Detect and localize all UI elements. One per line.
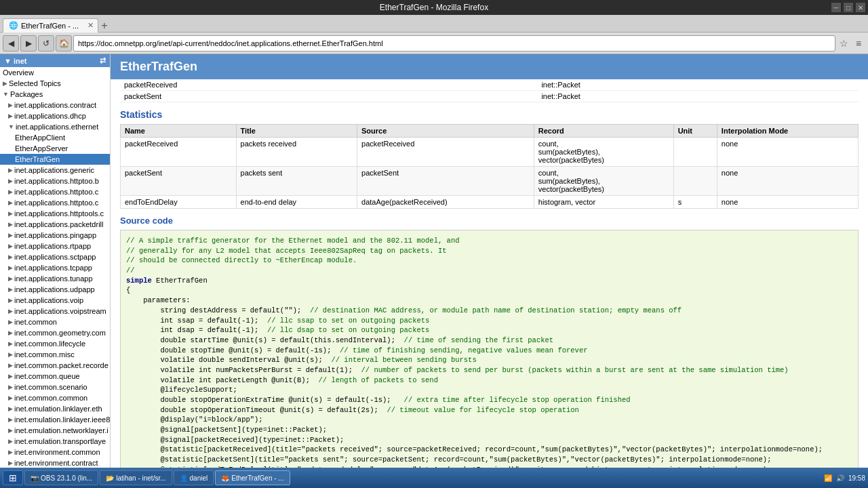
- tree-arrow-icon: ▶: [8, 416, 13, 423]
- sidebar: ▼ inet ⇄ Overview▶ Selected Topics▼ Pack…: [0, 54, 111, 468]
- sidebar-item[interactable]: ▶ Selected Topics: [0, 78, 110, 89]
- taskbar: ⊞ 📷 OBS 23.1.0 (lin... 📂 latihan - inet/…: [0, 468, 868, 488]
- sidebar-item-label: inet.applications.udpapp: [14, 285, 95, 293]
- close-tab-button[interactable]: ✕: [87, 21, 94, 30]
- forward-button[interactable]: ▶: [20, 35, 37, 52]
- packet-row: packetSent inet::Packet: [120, 91, 859, 102]
- sidebar-item[interactable]: ▶ inet.applications.generic: [0, 165, 110, 176]
- taskbar-firefox[interactable]: 🦊 EtherTrafGen - ...: [215, 470, 290, 485]
- home-button[interactable]: 🏠: [56, 35, 72, 52]
- stats-cell-record: count, sum(packetBytes), vector(packetBy…: [534, 138, 673, 167]
- start-button[interactable]: ⊞: [3, 470, 23, 485]
- tabbar: 🌐 EtherTrafGen - ... ✕ +: [0, 15, 868, 33]
- tree-arrow-icon: ▶: [8, 405, 13, 412]
- sidebar-item-label: inet.emulation.linklayer.eth: [14, 405, 102, 413]
- sidebar-item[interactable]: ▶ inet.applications.tcpapp: [0, 262, 110, 273]
- packet-type: inet::Packet: [537, 79, 859, 91]
- tree-arrow-icon: ▶: [8, 329, 13, 336]
- sidebar-item-label: inet.applications.dhcp: [14, 112, 86, 120]
- sidebar-item[interactable]: ▶ inet.environment.common: [0, 447, 110, 458]
- sidebar-item[interactable]: ▶ inet.emulation.networklayer.i: [0, 425, 110, 436]
- new-tab-button[interactable]: +: [98, 20, 110, 32]
- sidebar-item[interactable]: ▶ inet.applications.httptoo.c: [0, 186, 110, 197]
- sidebar-item-label: Selected Topics: [9, 79, 61, 87]
- sidebar-item[interactable]: ▶ inet.emulation.transportlaye: [0, 436, 110, 447]
- stats-cell-source: packetReceived: [357, 138, 534, 167]
- content-body: packetReceived inet::Packet packetSent i…: [111, 79, 868, 468]
- sidebar-item[interactable]: ▶ inet.applications.httptoo.c: [0, 197, 110, 208]
- active-tab[interactable]: 🌐 EtherTrafGen - ... ✕: [3, 18, 98, 33]
- sidebar-header: ▼ inet ⇄: [0, 54, 110, 67]
- sidebar-item[interactable]: ▶ inet.common.geometry.com: [0, 327, 110, 338]
- sidebar-item[interactable]: ▶ inet.common.queue: [0, 371, 110, 382]
- menu-button[interactable]: ≡: [852, 35, 865, 52]
- sidebar-item-label: inet.applications.packetdrill: [14, 220, 103, 228]
- packets-table: packetReceived inet::Packet packetSent i…: [120, 79, 859, 102]
- sidebar-item[interactable]: EtherAppServer: [0, 143, 110, 154]
- sidebar-item[interactable]: EtherTrafGen: [0, 154, 110, 165]
- taskbar-files-icon: 📂: [106, 474, 114, 482]
- sidebar-item[interactable]: ▶ inet.applications.rtpapp: [0, 241, 110, 251]
- minimize-button[interactable]: ─: [831, 3, 841, 12]
- navbar: ◀ ▶ ↺ 🏠 ☆ ≡: [0, 33, 868, 54]
- taskbar-firefox-icon: 🦊: [221, 474, 229, 482]
- tree-arrow-icon: ▶: [8, 394, 13, 401]
- stats-row: endToEndDelayend-to-end delaydataAge(pac…: [121, 196, 859, 209]
- stats-row: packetSentpackets sentpacketSentcount, s…: [121, 167, 859, 196]
- sidebar-item[interactable]: ▶ inet.common.packet.recorde: [0, 360, 110, 371]
- sidebar-item[interactable]: ▶ inet.applications.tunapp: [0, 273, 110, 284]
- maximize-button[interactable]: □: [844, 3, 853, 12]
- sidebar-item-label: inet.applications.httptools.c: [14, 209, 104, 218]
- sidebar-item[interactable]: ▶ inet.applications.dhcp: [0, 110, 110, 121]
- sidebar-item[interactable]: ▶ inet.environment.contract: [0, 458, 110, 468]
- sidebar-item[interactable]: ▶ inet.applications.httptoo.b: [0, 176, 110, 186]
- stats-cell-interpolation: none: [717, 167, 858, 196]
- taskbar-daniel[interactable]: 👤 daniel: [174, 470, 214, 485]
- sidebar-item[interactable]: EtherAppClient: [0, 132, 110, 143]
- sidebar-item[interactable]: ▶ inet.applications.contract: [0, 100, 110, 110]
- sidebar-item-label: inet.common: [14, 318, 57, 326]
- sidebar-item[interactable]: ▶ inet.emulation.linklayer.ieee8: [0, 414, 110, 425]
- bookmark-button[interactable]: ☆: [837, 35, 850, 52]
- taskbar-daniel-label: daniel: [190, 474, 208, 482]
- sidebar-item-label: inet.common.packet.recorde: [14, 361, 108, 369]
- sidebar-item[interactable]: ▶ inet.applications.udpapp: [0, 284, 110, 295]
- close-button[interactable]: ✕: [856, 3, 865, 12]
- sidebar-item[interactable]: ▶ inet.applications.packetdrill: [0, 219, 110, 230]
- sidebar-item[interactable]: ▶ inet.applications.voipstream: [0, 306, 110, 317]
- sidebar-sync-icon[interactable]: ⇄: [100, 56, 106, 65]
- sidebar-item-label: inet.emulation.networklayer.i: [14, 426, 108, 434]
- sidebar-item[interactable]: ▼ Packages: [0, 89, 110, 100]
- sidebar-item[interactable]: ▶ inet.applications.sctpapp: [0, 251, 110, 262]
- sidebar-item[interactable]: ▶ inet.common.scenario: [0, 382, 110, 392]
- stats-cell-record: histogram, vector: [534, 196, 673, 209]
- sidebar-item[interactable]: ▶ inet.common: [0, 317, 110, 327]
- source-code-link[interactable]: Source code: [120, 216, 859, 226]
- sidebar-item[interactable]: ▶ inet.applications.voip: [0, 295, 110, 306]
- sidebar-item[interactable]: ▶ inet.common.misc: [0, 349, 110, 360]
- source-code-block: // A simple traffic generator for the Et…: [120, 230, 859, 468]
- sidebar-item-label: inet.applications.generic: [14, 166, 94, 174]
- address-bar[interactable]: [73, 35, 835, 52]
- reload-button[interactable]: ↺: [38, 35, 54, 52]
- page-header: EtherTrafGen: [111, 54, 868, 79]
- sidebar-item-label: inet.common.misc: [14, 350, 75, 359]
- sidebar-item-label: inet.environment.contract: [14, 459, 98, 467]
- tree-arrow-icon: ▶: [8, 286, 13, 293]
- sidebar-item[interactable]: ▶ inet.emulation.linklayer.eth: [0, 403, 110, 414]
- sidebar-item[interactable]: ▶ inet.common.lifecycle: [0, 338, 110, 349]
- taskbar-files[interactable]: 📂 latihan - inet/sr...: [100, 470, 172, 485]
- tree-arrow-icon: ▶: [8, 319, 13, 325]
- stats-cell-source: packetSent: [357, 167, 534, 196]
- sidebar-item[interactable]: ▶ inet.applications.httptools.c: [0, 208, 110, 219]
- sidebar-item[interactable]: Overview: [0, 67, 110, 78]
- stats-cell-name: endToEndDelay: [121, 196, 237, 209]
- sidebar-item[interactable]: ▶ inet.applications.pingapp: [0, 230, 110, 241]
- packet-name: packetReceived: [120, 79, 537, 91]
- window-title: EtherTrafGen - Mozilla Firefox: [380, 3, 488, 12]
- sidebar-item-label: inet.common.common: [14, 394, 87, 402]
- sidebar-item[interactable]: ▼ inet.applications.ethernet: [0, 121, 110, 132]
- sidebar-item[interactable]: ▶ inet.common.common: [0, 392, 110, 403]
- taskbar-obs[interactable]: 📷 OBS 23.1.0 (lin...: [24, 470, 98, 485]
- back-button[interactable]: ◀: [3, 35, 19, 52]
